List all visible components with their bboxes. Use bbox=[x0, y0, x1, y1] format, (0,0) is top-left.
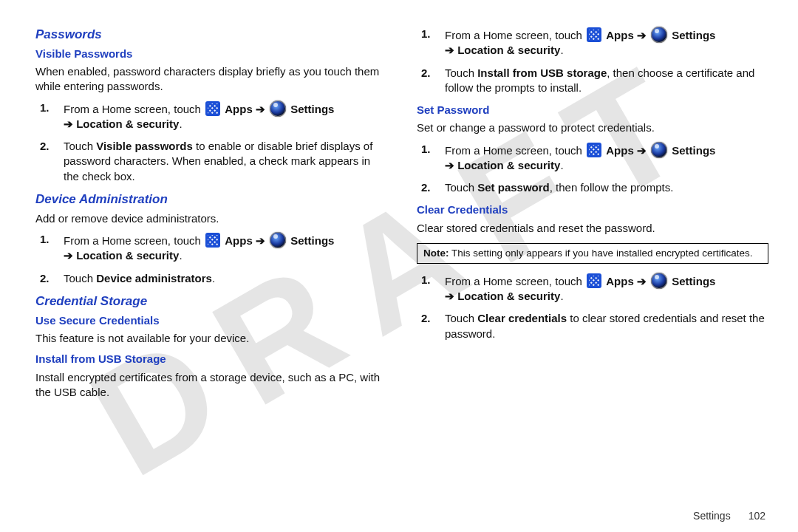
clear-credentials-steps: From a Home screen, touch Apps ➔ Setting… bbox=[417, 273, 768, 341]
arrow-prefix: ➔ bbox=[64, 249, 76, 262]
apps-icon bbox=[205, 233, 220, 248]
text: Touch bbox=[64, 140, 96, 152]
clear-credentials-bold: Clear credentials bbox=[477, 312, 567, 324]
text: From a Home screen, touch bbox=[64, 234, 204, 247]
text: Touch bbox=[445, 66, 477, 79]
settings-label: Settings bbox=[290, 103, 334, 115]
note-label: Note: bbox=[423, 248, 449, 259]
install-usb-bold: Install from USB storage bbox=[477, 66, 607, 79]
arrow-icon: ➔ bbox=[637, 29, 647, 41]
location-security: Location & security bbox=[457, 159, 560, 171]
set-password-steps: From a Home screen, touch Apps ➔ Setting… bbox=[417, 142, 768, 196]
heading-passwords: Passwords bbox=[35, 27, 387, 44]
period: . bbox=[560, 159, 563, 171]
heading-device-administration: Device Administration bbox=[35, 191, 387, 208]
page-content: Passwords Visible Passwords When enabled… bbox=[0, 0, 798, 502]
location-security: Location & security bbox=[76, 249, 179, 262]
step: From a Home screen, touch Apps ➔ Setting… bbox=[439, 273, 768, 304]
location-security: Location & security bbox=[457, 290, 560, 302]
apps-label: Apps bbox=[606, 275, 634, 287]
step: Touch Device administrators. bbox=[58, 271, 387, 286]
heading-credential-storage: Credential Storage bbox=[35, 293, 387, 310]
text: Touch bbox=[445, 181, 477, 194]
footer-section: Settings bbox=[693, 510, 731, 522]
text: Touch bbox=[64, 272, 96, 284]
visible-passwords-intro: When enabled, password characters displa… bbox=[35, 64, 387, 95]
apps-label: Apps bbox=[606, 29, 634, 41]
step: From a Home screen, touch Apps ➔ Setting… bbox=[439, 142, 768, 174]
settings-icon bbox=[270, 232, 286, 248]
heading-use-secure-credentials: Use Secure Credentials bbox=[35, 313, 387, 328]
period: . bbox=[560, 290, 563, 302]
arrow-icon: ➔ bbox=[637, 144, 647, 157]
apps-icon bbox=[587, 273, 601, 288]
text: Touch bbox=[445, 312, 477, 324]
apps-label: Apps bbox=[225, 103, 253, 115]
settings-label: Settings bbox=[290, 234, 334, 247]
use-secure-text: This feature is not available for your d… bbox=[35, 331, 387, 346]
visible-passwords-steps: From a Home screen, touch Apps ➔ Setting… bbox=[35, 100, 387, 184]
location-security: Location & security bbox=[457, 44, 560, 56]
step: From a Home screen, touch Apps ➔ Setting… bbox=[58, 100, 387, 132]
heading-install-usb: Install from USB Storage bbox=[35, 352, 387, 366]
device-admin-steps: From a Home screen, touch Apps ➔ Setting… bbox=[35, 232, 387, 286]
settings-label: Settings bbox=[672, 144, 715, 157]
apps-label: Apps bbox=[606, 144, 634, 157]
step: From a Home screen, touch Apps ➔ Setting… bbox=[58, 232, 387, 264]
settings-icon bbox=[270, 100, 286, 117]
heading-set-password: Set Password bbox=[417, 103, 768, 117]
heading-clear-credentials: Clear Credentials bbox=[417, 202, 768, 217]
settings-label: Settings bbox=[672, 29, 715, 41]
arrow-prefix: ➔ bbox=[445, 290, 457, 302]
text: From a Home screen, touch bbox=[445, 275, 585, 287]
period: . bbox=[179, 117, 182, 130]
location-security: Location & security bbox=[76, 117, 179, 130]
settings-icon bbox=[651, 142, 667, 158]
apps-label: Apps bbox=[225, 234, 253, 247]
visible-passwords-bold: Visible passwords bbox=[96, 140, 193, 152]
set-password-intro: Set or change a password to protect cred… bbox=[417, 120, 768, 135]
step: Touch Clear credentials to clear stored … bbox=[439, 311, 768, 341]
settings-icon bbox=[651, 273, 667, 289]
text: From a Home screen, touch bbox=[64, 103, 204, 115]
arrow-prefix: ➔ bbox=[445, 159, 457, 171]
arrow-prefix: ➔ bbox=[445, 44, 457, 56]
apps-icon bbox=[587, 143, 601, 157]
arrow-prefix: ➔ bbox=[64, 117, 76, 130]
note-box: Note: This setting only appears if you h… bbox=[417, 243, 768, 264]
device-administrators-bold: Device administrators bbox=[96, 272, 212, 284]
text: From a Home screen, touch bbox=[445, 144, 585, 157]
period: . bbox=[179, 249, 182, 262]
left-column: Passwords Visible Passwords When enabled… bbox=[35, 24, 387, 495]
period: . bbox=[212, 272, 215, 284]
device-admin-intro: Add or remove device administrators. bbox=[35, 211, 387, 226]
settings-label: Settings bbox=[672, 275, 715, 287]
text: From a Home screen, touch bbox=[445, 29, 585, 41]
arrow-icon: ➔ bbox=[637, 275, 647, 287]
step: From a Home screen, touch Apps ➔ Setting… bbox=[439, 27, 768, 58]
period: . bbox=[560, 44, 563, 56]
set-password-bold: Set password bbox=[477, 181, 550, 194]
note-text: This setting only appears if you have in… bbox=[449, 248, 753, 259]
page-footer: Settings102 bbox=[693, 510, 765, 522]
install-usb-steps: From a Home screen, touch Apps ➔ Setting… bbox=[417, 27, 768, 95]
arrow-icon: ➔ bbox=[256, 103, 265, 115]
right-column: From a Home screen, touch Apps ➔ Setting… bbox=[417, 24, 768, 495]
text: , then follow the prompts. bbox=[550, 181, 674, 194]
arrow-icon: ➔ bbox=[256, 234, 265, 247]
heading-visible-passwords: Visible Passwords bbox=[35, 47, 387, 61]
step: Touch Install from USB storage, then cho… bbox=[439, 66, 768, 96]
apps-icon bbox=[587, 27, 601, 42]
step: Touch Set password, then follow the prom… bbox=[439, 180, 768, 195]
settings-icon bbox=[651, 27, 667, 43]
apps-icon bbox=[205, 101, 220, 116]
footer-page-number: 102 bbox=[748, 510, 765, 522]
clear-credentials-intro: Clear stored credentials and reset the p… bbox=[417, 221, 768, 236]
step: Touch Visible passwords to enable or dis… bbox=[58, 139, 387, 184]
install-usb-text: Install encrypted certificates from a st… bbox=[35, 370, 387, 400]
